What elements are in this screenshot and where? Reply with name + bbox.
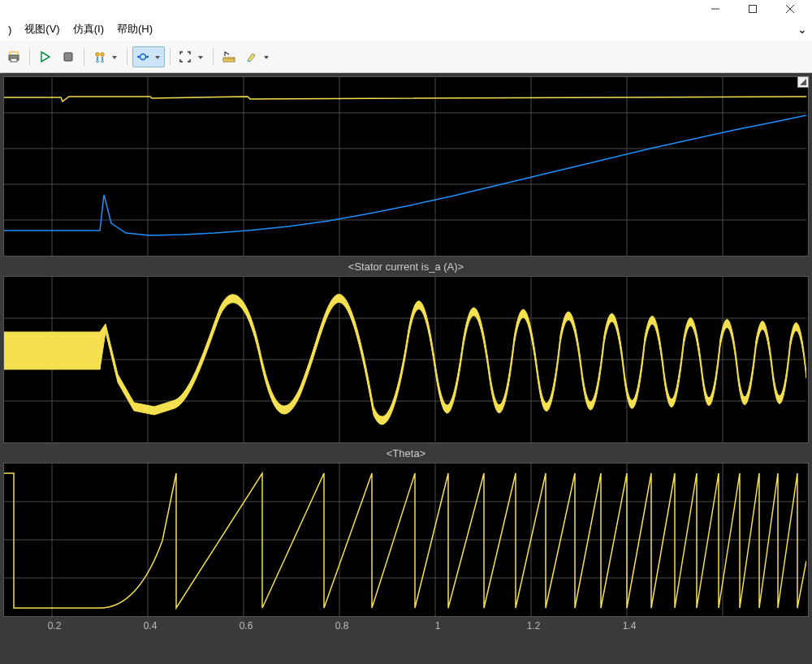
- svg-marker-7: [41, 52, 50, 62]
- toolbar-separator: [213, 48, 214, 66]
- menu-simulate[interactable]: 仿真(I): [67, 19, 110, 40]
- plot-3-title: <Theta>: [3, 445, 809, 463]
- plot-2-title: <Stator current is_a (A)>: [3, 258, 809, 276]
- layout-expand-icon[interactable]: [797, 76, 809, 88]
- svg-marker-14: [137, 55, 139, 58]
- menu-dropdown-icon[interactable]: ⌄: [797, 23, 807, 36]
- step-forward-button[interactable]: [89, 46, 122, 67]
- window-titlebar: [0, 0, 812, 18]
- menu-partial[interactable]: ): [2, 20, 18, 39]
- zoom-fit-button[interactable]: [175, 46, 208, 67]
- minimize-button[interactable]: [697, 0, 734, 18]
- svg-marker-15: [147, 55, 149, 58]
- menu-view[interactable]: 视图(V): [18, 19, 66, 40]
- highlight-button[interactable]: [241, 46, 274, 67]
- x-axis: 0.2 0.4 0.6 0.8 1 1.2 1.4: [3, 619, 809, 635]
- plot-1[interactable]: [3, 76, 809, 257]
- grid: [4, 77, 806, 256]
- plot1-trace-blue: [4, 115, 806, 235]
- svg-rect-6: [11, 58, 17, 62]
- svg-rect-8: [64, 53, 72, 61]
- toolbar-separator: [29, 48, 30, 66]
- svg-rect-4: [10, 52, 18, 55]
- xtick: 1: [435, 620, 441, 632]
- plot1-trace-yellow: [4, 97, 806, 101]
- toolbar-separator: [170, 48, 171, 66]
- svg-rect-1: [749, 6, 757, 13]
- plot-1-svg: [4, 77, 806, 256]
- xtick: 1.2: [527, 620, 541, 632]
- xtick: 0.2: [48, 620, 62, 632]
- xtick: 1.4: [623, 620, 637, 632]
- svg-point-9: [96, 52, 99, 55]
- svg-point-10: [101, 52, 104, 55]
- cursor-measure-button[interactable]: [132, 46, 165, 67]
- maximize-button[interactable]: [734, 0, 771, 18]
- close-button[interactable]: [771, 0, 809, 18]
- print-button[interactable]: [3, 46, 24, 67]
- xtick: 0.4: [144, 620, 158, 632]
- xtick: 0.8: [335, 620, 349, 632]
- play-button[interactable]: [35, 46, 56, 67]
- toolbar: [0, 41, 812, 73]
- svg-marker-21: [800, 79, 806, 85]
- scope-area: <Stator current is_a (A)> <Theta> 0.2 0.…: [0, 73, 812, 664]
- menu-help[interactable]: 帮助(H): [110, 19, 159, 40]
- plot-3-svg: [4, 464, 806, 616]
- ruler-button[interactable]: [218, 46, 240, 67]
- plot2-initial-band: [4, 332, 100, 369]
- svg-point-13: [140, 54, 146, 59]
- toolbar-separator: [84, 48, 84, 66]
- xtick: 0.6: [240, 620, 253, 632]
- plot-2-svg: [4, 277, 806, 442]
- plot3-trace: [4, 473, 806, 608]
- plot-3[interactable]: [3, 463, 809, 617]
- stop-button[interactable]: [58, 46, 79, 67]
- plot-2[interactable]: [3, 276, 809, 443]
- toolbar-separator: [127, 48, 127, 66]
- menubar: ) 视图(V) 仿真(I) 帮助(H) ⌄: [0, 18, 812, 41]
